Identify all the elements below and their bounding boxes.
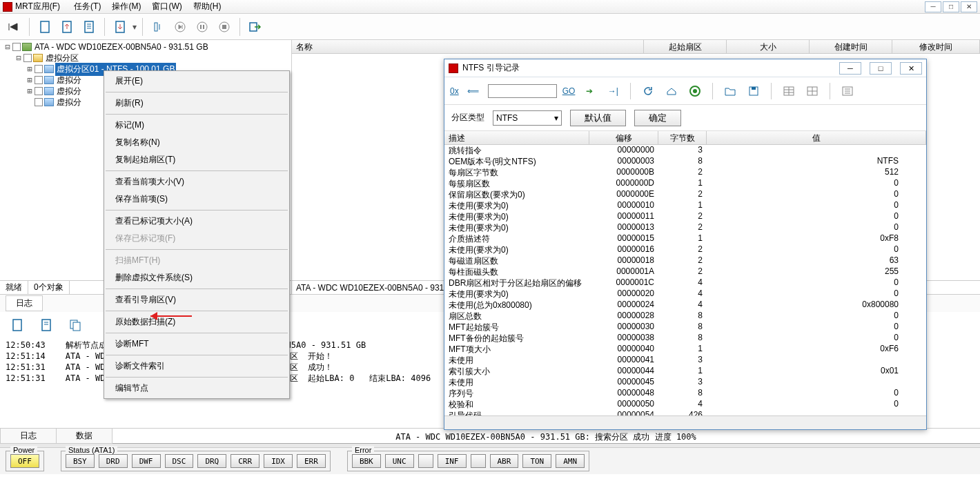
- doc-down-icon[interactable]: [110, 17, 130, 37]
- ctx-editnode[interactable]: 编辑节点: [104, 380, 289, 397]
- dlg-row[interactable]: MFT项大小0000004010xF6: [444, 344, 926, 355]
- dlg-row[interactable]: 序列号0000004880: [444, 388, 926, 399]
- error-unc[interactable]: UNC: [385, 454, 414, 468]
- dlg-row[interactable]: 未使用(要求为0)0000001620: [444, 244, 926, 255]
- ctx-mark[interactable]: 标记(M): [104, 117, 289, 134]
- dlg-row[interactable]: 每簇扇区数0000000D10: [444, 178, 926, 189]
- ctx-refresh[interactable]: 刷新(R): [104, 95, 289, 112]
- doc-up-icon[interactable]: [57, 17, 77, 37]
- status-idx[interactable]: IDX: [264, 454, 293, 468]
- grid1-icon[interactable]: [780, 82, 798, 100]
- error-ton[interactable]: TON: [522, 454, 551, 468]
- ctx-diagidx[interactable]: 诊断文件索引: [104, 358, 289, 375]
- dlg-col-bytes[interactable]: 字节数: [658, 131, 707, 144]
- error-abr[interactable]: ABR: [490, 454, 519, 468]
- dlg-row[interactable]: 索引簇大小0000004410x01: [444, 366, 926, 377]
- ctx-viewboot[interactable]: 查看引导扇区(V): [104, 291, 289, 309]
- dlg-row[interactable]: 未使用(要求为0)0000001120: [444, 211, 926, 222]
- back-arrow-icon[interactable]: ⟸: [464, 82, 482, 100]
- dlg-row[interactable]: 未使用(要求为0)0000002040: [444, 288, 926, 300]
- fwd-arrow-icon[interactable]: ➔: [580, 82, 598, 100]
- dlg-col-val[interactable]: 值: [707, 131, 926, 144]
- dlg-row[interactable]: 保留扇区数(要求为0)0000000E20: [444, 189, 926, 200]
- offset-input[interactable]: [488, 84, 557, 98]
- default-button[interactable]: 默认值: [570, 110, 626, 126]
- dlg-col-off[interactable]: 偏移: [589, 131, 658, 144]
- back-start-icon[interactable]: [4, 17, 23, 37]
- skip-fwd-icon[interactable]: [170, 17, 190, 37]
- log-copy-icon[interactable]: [66, 316, 84, 334]
- menu-window[interactable]: 窗口(W): [146, 0, 187, 14]
- error-blank[interactable]: [471, 454, 486, 468]
- go-button[interactable]: GO: [562, 86, 576, 96]
- folder-icon[interactable]: [721, 82, 739, 100]
- dlg-row[interactable]: 扇区总数0000002880: [444, 311, 926, 322]
- pause-icon[interactable]: [193, 17, 212, 37]
- save-icon[interactable]: [745, 82, 763, 100]
- dlg-row[interactable]: MFT起始簇号0000003080: [444, 322, 926, 333]
- dlg-close[interactable]: ✕: [900, 62, 922, 75]
- bottom-tab-log[interactable]: 日志: [0, 428, 57, 444]
- record-icon[interactable]: [686, 82, 704, 100]
- error-inf[interactable]: INF: [438, 454, 467, 468]
- menu-task[interactable]: 任务(T): [68, 0, 106, 14]
- log-save-icon[interactable]: [37, 316, 55, 334]
- dlg-maximize[interactable]: □: [870, 62, 892, 75]
- dlg-row[interactable]: 每磁道扇区数00000018263: [444, 255, 926, 266]
- menu-help[interactable]: 帮助(H): [188, 0, 227, 14]
- doc-icon[interactable]: [35, 17, 55, 37]
- dlg-minimize[interactable]: ─: [839, 62, 861, 75]
- maximize-button[interactable]: □: [943, 1, 959, 12]
- status-drq[interactable]: DRQ: [197, 454, 226, 468]
- col-mtime[interactable]: 修改时间: [892, 40, 980, 53]
- dlg-row[interactable]: 未使用000000413: [444, 355, 926, 366]
- log-tab[interactable]: 日志: [6, 295, 43, 311]
- dlg-row[interactable]: 未使用(总为0x800080)0000002440x800080: [444, 300, 926, 311]
- ctx-copyname[interactable]: 复制名称(N): [104, 134, 289, 151]
- dlg-row[interactable]: DBR扇区相对于分区起始扇区的偏移0000001C40: [444, 277, 926, 288]
- ctx-viewmark[interactable]: 查看已标记项大小(A): [104, 213, 289, 230]
- step-right-icon[interactable]: →|: [604, 82, 622, 100]
- bottom-tab-data[interactable]: 数据: [56, 428, 112, 444]
- dlg-row[interactable]: 校验和0000005040: [444, 399, 926, 410]
- error-blank[interactable]: [418, 454, 433, 468]
- ctx-viewcur[interactable]: 查看当前项大小(V): [104, 173, 289, 190]
- dlg-row[interactable]: 每扇区字节数0000000B2512: [444, 167, 926, 178]
- dlg-row[interactable]: 跳转指令000000003: [444, 145, 926, 156]
- calc-icon[interactable]: [839, 82, 856, 100]
- status-bsy[interactable]: BSY: [66, 454, 95, 468]
- doc-list-icon[interactable]: [79, 17, 99, 37]
- ctx-savecur[interactable]: 保存当前项(S): [104, 190, 289, 208]
- ctx-copystart[interactable]: 复制起始扇区(T): [104, 151, 289, 168]
- ctx-diagmft[interactable]: 诊断MFT: [104, 335, 289, 353]
- step-icon[interactable]: [148, 17, 168, 37]
- dlg-row[interactable]: 未使用(要求为0)0000001010: [444, 200, 926, 211]
- close-button[interactable]: ✕: [961, 1, 977, 12]
- dlg-grid-body[interactable]: 跳转指令000000003OEM版本号(明文NTFS)000000038NTFS…: [444, 145, 926, 415]
- col-ctime[interactable]: 创建时间: [810, 40, 892, 53]
- hex-prefix[interactable]: 0x: [450, 86, 459, 96]
- col-name[interactable]: 名称: [292, 40, 644, 53]
- col-start[interactable]: 起始扇区: [644, 40, 727, 53]
- dlg-row[interactable]: 引导代码00000054426: [444, 410, 926, 415]
- refresh-icon[interactable]: [639, 82, 657, 100]
- log-doc-icon[interactable]: [8, 316, 26, 334]
- dlg-row[interactable]: MFT备份的起始簇号0000003880: [444, 333, 926, 344]
- status-drd[interactable]: DRD: [99, 454, 128, 468]
- error-bbk[interactable]: BBK: [352, 454, 381, 468]
- type-select[interactable]: NTFS▾: [493, 110, 562, 126]
- disk-icon[interactable]: [663, 82, 680, 100]
- dlg-row[interactable]: 未使用000000453: [444, 377, 926, 388]
- dlg-row[interactable]: 每柱面磁头数0000001A2255: [444, 266, 926, 277]
- exit-icon[interactable]: [246, 17, 265, 37]
- dlg-row[interactable]: OEM版本号(明文NTFS)000000038NTFS: [444, 156, 926, 167]
- dlg-col-desc[interactable]: 描述: [444, 131, 589, 144]
- minimize-button[interactable]: ─: [925, 1, 941, 12]
- menu-operate[interactable]: 操作(M): [106, 0, 146, 14]
- ctx-delvfs[interactable]: 删除虚拟文件系统(S): [104, 269, 289, 286]
- error-amn[interactable]: AMN: [556, 454, 585, 468]
- status-err[interactable]: ERR: [297, 454, 326, 468]
- ok-button[interactable]: 确定: [634, 110, 681, 126]
- dlg-row[interactable]: 未使用(要求为0)0000001320: [444, 222, 926, 233]
- power-off-button[interactable]: OFF: [10, 454, 39, 468]
